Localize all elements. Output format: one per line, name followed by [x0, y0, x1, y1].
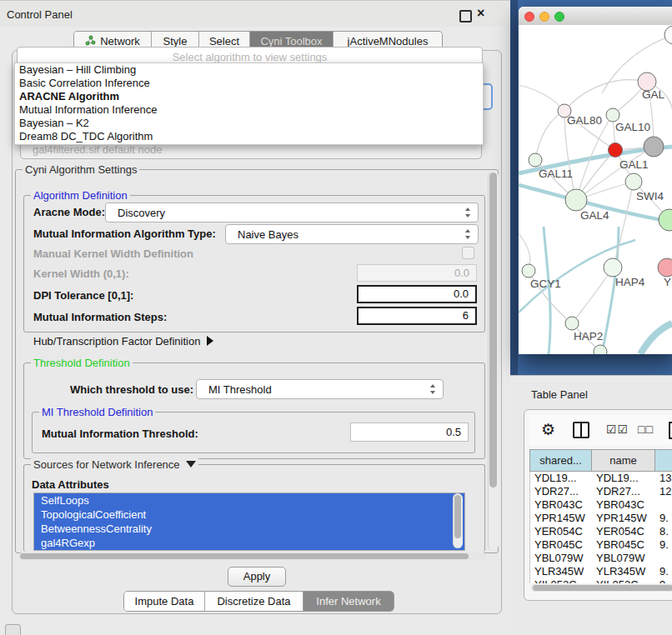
- new-document-icon[interactable]: [669, 422, 672, 439]
- settings-vscrollbar[interactable]: [488, 171, 499, 550]
- table-cell: YBR045C: [530, 538, 592, 552]
- network-node[interactable]: [644, 137, 664, 157]
- algorithm-option[interactable]: Bayesian – Hill Climbing: [15, 63, 483, 77]
- algorithm-option[interactable]: Basic Correlation Inference: [15, 77, 483, 90]
- table-row[interactable]: YDR27...YDR27...12: [530, 485, 672, 498]
- tab-discretize-data[interactable]: Discretize Data: [205, 592, 303, 611]
- column-header[interactable]: shared...: [529, 449, 591, 472]
- network-node[interactable]: [604, 258, 622, 277]
- network-edge: [572, 268, 613, 323]
- which-threshold-value: MI Threshold: [208, 383, 272, 396]
- table-cell: YBR043C: [592, 498, 655, 512]
- float-window-icon[interactable]: [459, 10, 472, 22]
- algorithm-option[interactable]: Bayesian – K2: [15, 117, 483, 130]
- attribute-item[interactable]: gal4RGexp: [34, 536, 464, 550]
- table-row[interactable]: YLR345WYLR345W9.: [530, 565, 672, 578]
- table-toolbar: ⚙ ☑☑ □□: [529, 415, 672, 445]
- table-cell: [655, 498, 672, 512]
- table-row[interactable]: YPR145WYPR145W9.: [530, 512, 672, 525]
- network-node[interactable]: [522, 264, 535, 278]
- algorithm-popup: Bayesian – Hill ClimbingBasic Correlatio…: [14, 62, 484, 145]
- zoom-traffic-light[interactable]: [554, 12, 564, 22]
- collapse-right-icon[interactable]: [207, 336, 213, 346]
- node-label: HAP2: [574, 330, 603, 342]
- aracne-mode-combo[interactable]: Discovery: [105, 202, 479, 222]
- network-node[interactable]: [529, 153, 542, 167]
- group-title: Algorithm Definition: [31, 189, 130, 202]
- apply-button[interactable]: Apply: [228, 567, 286, 587]
- table-panel-title: Table Panel: [531, 388, 588, 401]
- column-header[interactable]: name: [591, 449, 654, 472]
- minimize-traffic-light[interactable]: [539, 12, 549, 22]
- hub-factor-section[interactable]: Hub/Transcription Factor Definition: [33, 335, 213, 348]
- close-traffic-light[interactable]: [524, 12, 534, 22]
- table-cell: YDR27...: [530, 485, 592, 498]
- tab-label: Impute Data: [135, 595, 194, 608]
- table-cell: 9.: [655, 578, 672, 583]
- table-row[interactable]: YER054CYER054C8.: [530, 525, 672, 538]
- network-node[interactable]: [606, 108, 619, 122]
- network-edge: [519, 85, 564, 111]
- attributes-vscrollbar[interactable]: [453, 493, 463, 548]
- settings-hscrollbar-thumb[interactable]: [20, 553, 469, 559]
- algorithm-option[interactable]: Dream8 DC_TDC Algorithm: [15, 130, 483, 143]
- network-node[interactable]: [664, 26, 672, 44]
- dpi-tolerance-field[interactable]: 0.0: [357, 285, 477, 303]
- attribute-item[interactable]: SelfLoops: [34, 493, 464, 508]
- settings-hscrollbar[interactable]: [18, 552, 486, 560]
- table-hscrollbar[interactable]: [531, 584, 672, 592]
- node-label: GAL10: [615, 121, 650, 133]
- collapse-down-icon[interactable]: [186, 461, 196, 468]
- network-node[interactable]: [565, 189, 587, 211]
- table-cell: YPR145W: [592, 512, 655, 525]
- table-cell: 9.: [655, 538, 672, 552]
- network-window-titlebar[interactable]: [519, 7, 672, 26]
- dpi-tolerance-label: DPI Tolerance [0,1]:: [33, 289, 133, 302]
- network-canvas[interactable]: GALGAL80GAL10GAL1GAL11GAL4SWI4GCY1HAP4YH…: [519, 25, 672, 354]
- attributes-vscrollbar-thumb[interactable]: [454, 495, 461, 538]
- network-node[interactable]: [565, 317, 579, 330]
- table-panel-dock: Table Panel ⚙ ☑☑ □□ shared...nameA YDL19…: [510, 375, 672, 635]
- algorithm-option[interactable]: ARACNE Algorithm: [15, 90, 483, 103]
- network-node[interactable]: [659, 209, 672, 231]
- data-attributes-list[interactable]: SelfLoopsTopologicalCoefficientBetweenne…: [33, 492, 465, 551]
- settings-vscrollbar-thumb[interactable]: [489, 172, 497, 488]
- manual-kernel-label: Manual Kernel Width Definition: [33, 248, 193, 260]
- close-icon[interactable]: ×: [477, 6, 484, 21]
- which-threshold-combo[interactable]: MI Threshold: [196, 379, 444, 399]
- table-row[interactable]: YBR045CYBR045C9.: [530, 538, 672, 552]
- mi-threshold-field[interactable]: 0.5: [350, 422, 469, 442]
- table-row[interactable]: YDL19...YDL19...13: [530, 472, 672, 485]
- manual-kernel-checkbox[interactable]: [462, 247, 474, 259]
- column-header[interactable]: A: [654, 449, 672, 472]
- table-row[interactable]: YBL079WYBL079W: [530, 552, 672, 565]
- group-title: Sources for Network Inference: [31, 458, 198, 471]
- table-row[interactable]: YBR043CYBR043C: [530, 498, 672, 512]
- node-label: GAL80: [567, 114, 602, 127]
- table-cell: [655, 552, 672, 565]
- attribute-item[interactable]: TopologicalCoefficient: [34, 508, 464, 522]
- kernel-width-field[interactable]: 0.0: [357, 264, 477, 282]
- split-columns-icon[interactable]: [573, 422, 589, 438]
- network-node[interactable]: [594, 345, 607, 354]
- select-all-checkboxes-icon[interactable]: ☑☑: [606, 422, 629, 436]
- node-label: HAP4: [615, 276, 645, 288]
- table-cell: 9.: [655, 565, 672, 578]
- tab-impute-data[interactable]: Impute Data: [124, 592, 205, 611]
- mi-steps-field[interactable]: 6: [357, 307, 477, 325]
- table-cell: YDL19...: [530, 472, 592, 485]
- algorithm-option[interactable]: Mutual Information Inference: [15, 103, 483, 117]
- network-node[interactable]: [609, 143, 623, 158]
- tab-label: jActiveMNodules: [348, 35, 429, 48]
- deselect-all-checkboxes-icon[interactable]: □□: [638, 422, 654, 436]
- gear-icon[interactable]: ⚙: [541, 420, 555, 439]
- tab-infer-network[interactable]: Infer Network: [303, 592, 394, 611]
- attribute-item[interactable]: BetweennessCentrality: [34, 522, 464, 536]
- table-hscrollbar-thumb[interactable]: [533, 585, 672, 591]
- collapsed-panel-icon[interactable]: [5, 624, 21, 635]
- mi-steps-label: Mutual Information Steps:: [33, 311, 167, 323]
- mi-type-combo[interactable]: Naive Bayes: [225, 224, 479, 244]
- network-node[interactable]: [625, 173, 642, 190]
- table-row[interactable]: YIL052CYIL052C9.: [530, 578, 672, 583]
- network-node[interactable]: [658, 258, 672, 277]
